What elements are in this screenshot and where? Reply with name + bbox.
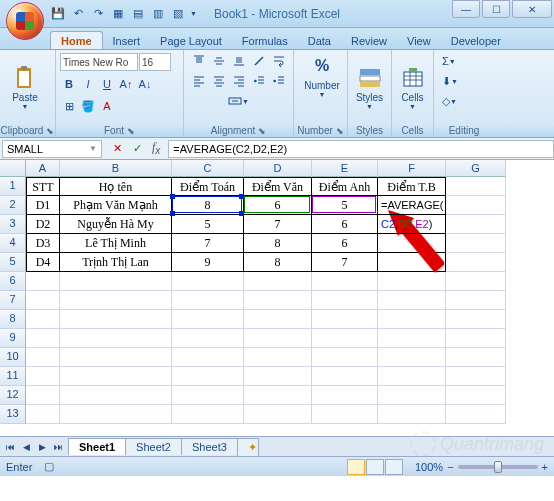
cell-f2[interactable]: =AVERAGE( [378, 196, 446, 215]
cell-b9[interactable] [60, 329, 172, 348]
cell-f11[interactable] [378, 367, 446, 386]
row-header-3[interactable]: 3 [0, 215, 26, 234]
cell-d11[interactable] [244, 367, 312, 386]
align-bottom-button[interactable] [229, 52, 249, 70]
select-all-corner[interactable] [0, 160, 26, 177]
font-size-combo[interactable]: 16 [139, 53, 171, 71]
alignment-launcher-icon[interactable]: ⬊ [258, 126, 266, 136]
fill-button[interactable]: ⬇ ▼ [438, 72, 462, 90]
name-box-dropdown-icon[interactable]: ▼ [89, 144, 97, 153]
row-header-5[interactable]: 5 [0, 253, 26, 272]
qat-icon-4[interactable]: ▧ [170, 6, 186, 22]
cell-b10[interactable] [60, 348, 172, 367]
sheet-tab-1[interactable]: Sheet1 [68, 438, 126, 455]
cell-d6[interactable] [244, 272, 312, 291]
cell-d7[interactable] [244, 291, 312, 310]
cells-button[interactable]: Cells ▼ [396, 64, 429, 112]
align-right-button[interactable] [229, 72, 249, 90]
zoom-thumb[interactable] [494, 461, 502, 473]
grow-font-button[interactable]: A↑ [117, 75, 135, 93]
cell-g1[interactable] [446, 177, 506, 196]
cell-a8[interactable] [26, 310, 60, 329]
cell-e8[interactable] [312, 310, 378, 329]
tab-developer[interactable]: Developer [441, 32, 511, 49]
cell-d2[interactable]: 6 [244, 196, 312, 215]
close-button[interactable]: ✕ [512, 0, 552, 18]
col-header-f[interactable]: F [378, 160, 446, 177]
cell-c1[interactable]: Điểm Toán [172, 177, 244, 196]
row-header-2[interactable]: 2 [0, 196, 26, 215]
view-page-layout-button[interactable] [366, 459, 384, 475]
clear-button[interactable]: ◇ ▼ [438, 92, 461, 110]
font-color-button[interactable]: A [98, 97, 116, 115]
cell-f5[interactable] [378, 253, 446, 272]
tab-formulas[interactable]: Formulas [232, 32, 298, 49]
col-header-b[interactable]: B [60, 160, 172, 177]
cell-g4[interactable] [446, 234, 506, 253]
cell-e9[interactable] [312, 329, 378, 348]
sheet-nav-prev-icon[interactable]: ◀ [18, 439, 34, 455]
cell-g6[interactable] [446, 272, 506, 291]
enter-formula-button[interactable]: ✓ [128, 140, 146, 156]
cell-b5[interactable]: Trịnh Thị Lan [60, 253, 172, 272]
cell-b12[interactable] [60, 386, 172, 405]
align-center-button[interactable] [209, 72, 229, 90]
row-header-12[interactable]: 12 [0, 386, 26, 405]
cell-a12[interactable] [26, 386, 60, 405]
cell-e5[interactable]: 7 [312, 253, 378, 272]
cell-g10[interactable] [446, 348, 506, 367]
cell-e4[interactable]: 6 [312, 234, 378, 253]
cell-b4[interactable]: Lê Thị Minh [60, 234, 172, 253]
cell-c11[interactable] [172, 367, 244, 386]
cell-e6[interactable] [312, 272, 378, 291]
cell-f4[interactable] [378, 234, 446, 253]
cell-c7[interactable] [172, 291, 244, 310]
macro-record-icon[interactable]: ▢ [44, 460, 54, 473]
tab-data[interactable]: Data [298, 32, 341, 49]
cell-g2[interactable] [446, 196, 506, 215]
zoom-slider[interactable] [458, 465, 538, 469]
align-top-button[interactable] [189, 52, 209, 70]
cell-g3[interactable] [446, 215, 506, 234]
cell-f7[interactable] [378, 291, 446, 310]
tab-review[interactable]: Review [341, 32, 397, 49]
cell-g8[interactable] [446, 310, 506, 329]
cell-b11[interactable] [60, 367, 172, 386]
border-button[interactable]: ⊞ [60, 97, 78, 115]
cell-d12[interactable] [244, 386, 312, 405]
cell-b1[interactable]: Họ tên [60, 177, 172, 196]
row-header-11[interactable]: 11 [0, 367, 26, 386]
cell-d8[interactable] [244, 310, 312, 329]
cell-a1[interactable]: STT [26, 177, 60, 196]
row-header-9[interactable]: 9 [0, 329, 26, 348]
cell-c4[interactable]: 7 [172, 234, 244, 253]
tab-view[interactable]: View [397, 32, 441, 49]
cell-d4[interactable]: 8 [244, 234, 312, 253]
cell-f12[interactable] [378, 386, 446, 405]
cell-e12[interactable] [312, 386, 378, 405]
cell-d9[interactable] [244, 329, 312, 348]
number-format-button[interactable]: % Number ▼ [298, 52, 346, 100]
cell-c10[interactable] [172, 348, 244, 367]
cell-d3[interactable]: 7 [244, 215, 312, 234]
cell-f6[interactable] [378, 272, 446, 291]
zoom-out-button[interactable]: − [447, 461, 453, 473]
view-normal-button[interactable] [347, 459, 365, 475]
cell-e7[interactable] [312, 291, 378, 310]
font-launcher-icon[interactable]: ⬊ [127, 126, 135, 136]
number-launcher-icon[interactable]: ⬊ [336, 126, 344, 136]
cell-f9[interactable] [378, 329, 446, 348]
cell-g9[interactable] [446, 329, 506, 348]
paste-button[interactable]: Paste ▼ [4, 64, 46, 112]
cell-a13[interactable] [26, 405, 60, 424]
row-header-1[interactable]: 1 [0, 177, 26, 196]
qat-icon-3[interactable]: ▥ [150, 6, 166, 22]
cell-f10[interactable] [378, 348, 446, 367]
cell-a5[interactable]: D4 [26, 253, 60, 272]
cell-c8[interactable] [172, 310, 244, 329]
cell-c9[interactable] [172, 329, 244, 348]
sheet-nav-first-icon[interactable]: ⏮ [2, 439, 18, 455]
cell-c13[interactable] [172, 405, 244, 424]
name-box[interactable]: SMALL▼ [2, 140, 102, 158]
cell-a7[interactable] [26, 291, 60, 310]
